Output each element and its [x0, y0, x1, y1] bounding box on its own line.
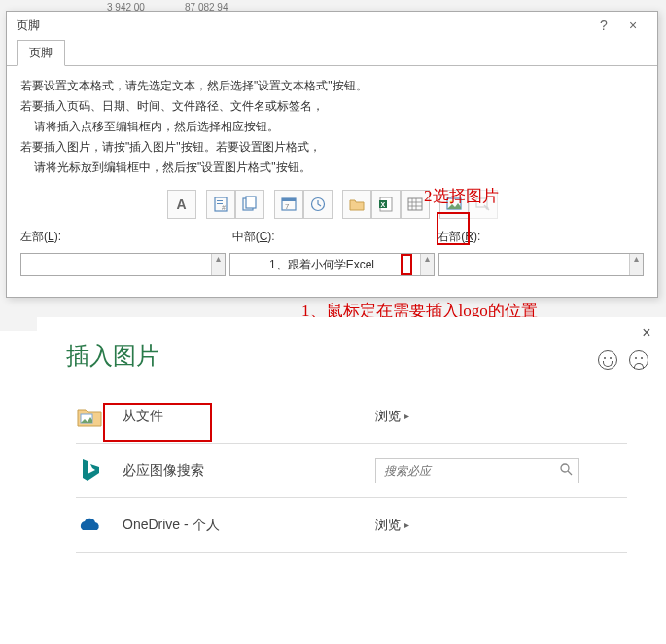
left-section-label: 左部(L): [20, 230, 61, 243]
highlight-cursor [401, 254, 412, 275]
instr-line: 请将插入点移至编辑框内，然后选择相应按钮。 [20, 117, 644, 137]
svg-point-15 [449, 201, 452, 204]
feedback-faces [598, 350, 648, 370]
tab-footer[interactable]: 页脚 [17, 40, 65, 66]
svg-rect-7 [282, 198, 296, 201]
browse-link[interactable]: 浏览▸ [375, 517, 409, 534]
section-labels: 左部(L): 中部(C): 右部(R): [20, 229, 644, 245]
editor-row: 1、跟着小何学Excel [7, 253, 657, 280]
center-section-label: 中部(C): [232, 230, 275, 243]
sheet-name-button[interactable] [401, 190, 430, 219]
onedrive-icon [76, 512, 103, 539]
tab-strip: 页脚 [7, 39, 657, 66]
close-button[interactable]: × [618, 15, 648, 36]
onedrive-label: OneDrive - 个人 [123, 517, 375, 534]
picture-icon [445, 196, 463, 213]
calendar-icon: 7 [280, 196, 298, 213]
insert-picture-dialog: × 插入图片 从文件 浏览▸ 必应图像搜索 [37, 317, 666, 644]
page-icon: # [212, 196, 229, 213]
svg-rect-13 [408, 198, 422, 210]
svg-text:#: # [222, 204, 226, 211]
chevron-right-icon: ▸ [404, 519, 409, 530]
folder-picture-icon [76, 403, 103, 430]
right-section-input[interactable] [438, 253, 644, 276]
excel-file-icon: X [377, 196, 395, 213]
sheet-icon [406, 196, 424, 213]
filepath-button[interactable] [342, 190, 371, 219]
svg-text:7: 7 [285, 202, 290, 211]
dialog-title: 页脚 [17, 18, 589, 34]
instr-line: 请将光标放到编辑框中，然后按"设置图片格式"按钮。 [20, 158, 644, 178]
footer-toolbar: A # 7 X [20, 190, 644, 219]
text-a-icon: A [176, 197, 186, 212]
smile-icon[interactable] [598, 350, 617, 370]
scroll-up-icon[interactable] [211, 254, 225, 275]
right-section-label: 右部(R): [438, 230, 480, 243]
highlight-from-file [103, 403, 212, 442]
instr-line: 若要插入页码、日期、时间、文件路径、文件名或标签名， [20, 96, 644, 117]
filename-button[interactable]: X [371, 190, 401, 219]
left-section-input[interactable] [20, 253, 226, 276]
instructions: 若要设置文本格式，请先选定文本，然后选择"设置文本格式"按钮。 若要插入页码、日… [20, 76, 644, 178]
chevron-right-icon: ▸ [404, 411, 409, 421]
close-button[interactable]: × [635, 321, 658, 344]
dialog-title: 插入图片 [37, 317, 666, 379]
pages-button[interactable] [235, 190, 264, 219]
source-list: 从文件 浏览▸ 必应图像搜索 [37, 379, 666, 553]
search-icon[interactable] [560, 463, 573, 479]
scroll-up-icon[interactable] [420, 254, 434, 275]
bing-search-input[interactable] [384, 464, 571, 478]
instr-line: 若要设置文本格式，请先选定文本，然后选择"设置文本格式"按钮。 [20, 76, 644, 96]
onedrive-row[interactable]: OneDrive - 个人 浏览▸ [76, 498, 627, 553]
bing-search-row[interactable]: 必应图像搜索 [76, 444, 627, 498]
bing-search-box[interactable] [375, 458, 579, 483]
bing-icon [76, 457, 103, 484]
instr-line: 若要插入图片，请按"插入图片"按钮。若要设置图片格式， [20, 137, 644, 158]
center-section-value: 1、跟着小何学Excel [236, 257, 428, 273]
format-picture-icon [474, 196, 492, 213]
bing-label: 必应图像搜索 [123, 462, 375, 480]
svg-point-19 [561, 464, 569, 472]
pages-icon [241, 196, 259, 213]
help-button[interactable]: ? [589, 15, 618, 36]
frown-icon[interactable] [629, 350, 648, 370]
center-section-input[interactable]: 1、跟着小何学Excel [229, 253, 435, 276]
svg-rect-5 [246, 197, 256, 208]
page-number-button[interactable]: # [206, 190, 235, 219]
format-text-button[interactable]: A [167, 190, 196, 219]
date-button[interactable]: 7 [274, 190, 303, 219]
folder-icon [348, 196, 366, 213]
titlebar[interactable]: 页脚 ? × [7, 12, 657, 39]
footer-dialog: 页脚 ? × 页脚 若要设置文本格式，请先选定文本，然后选择"设置文本格式"按钮… [6, 11, 658, 298]
insert-picture-button[interactable] [439, 190, 469, 219]
time-button[interactable] [303, 190, 333, 219]
svg-text:X: X [380, 201, 385, 208]
browse-link[interactable]: 浏览▸ [375, 408, 409, 425]
format-picture-button [469, 190, 498, 219]
scroll-up-icon[interactable] [629, 254, 643, 275]
svg-point-17 [485, 207, 488, 210]
svg-rect-1 [217, 200, 223, 201]
clock-icon [309, 196, 327, 213]
